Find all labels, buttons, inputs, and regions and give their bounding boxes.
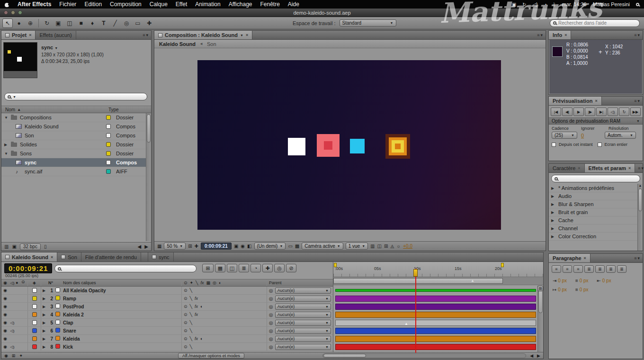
layer-row-3[interactable]: ◉ ▶ 3 PostProd ⊙╲fx◐ ◎Aucun(e)▼ [1, 303, 333, 311]
label-chip[interactable] [106, 124, 111, 129]
from-current-time-checkbox[interactable] [552, 143, 556, 147]
comp-mini-flowchart-icon[interactable]: ⊞ [202, 264, 214, 272]
next-frame-button[interactable]: |▶ [585, 108, 595, 116]
lock-toggle[interactable] [21, 343, 28, 351]
trash-icon[interactable]: ▯ [44, 244, 47, 249]
composition-canvas[interactable] [197, 60, 501, 230]
justify-last-right-button[interactable]: ≣ [606, 265, 616, 273]
pan-behind-tool[interactable]: ◫ [64, 18, 75, 28]
pickwhip-icon[interactable]: ◎ [269, 328, 273, 333]
close-icon[interactable]: × [51, 255, 53, 260]
close-icon[interactable]: × [29, 33, 31, 37]
justify-last-center-button[interactable]: ≣ [595, 265, 605, 273]
zoom-dropdown[interactable]: 50 %▼ [164, 243, 186, 250]
label-chip[interactable] [32, 288, 37, 293]
project-row-sons[interactable]: ▼ Sons Dossier [1, 149, 147, 158]
brainstorm-icon[interactable]: ✚ [262, 264, 273, 272]
effect-category-channel[interactable]: ▶Channel [549, 225, 643, 233]
parent-dropdown[interactable]: Aucun(e)▼ [275, 304, 331, 310]
layer-bar-7[interactable] [335, 336, 536, 342]
menu-animation[interactable]: Animation [195, 1, 220, 8]
tab-timeline-kaleido-sound[interactable]: Kaleido Sound× [1, 252, 57, 261]
twirl-icon[interactable]: ▶ [551, 210, 556, 215]
close-icon[interactable]: × [578, 166, 580, 171]
view-layout-dropdown[interactable]: 1 vue▼ [346, 243, 368, 250]
auto-keyframe-icon[interactable]: ◎ [274, 264, 285, 272]
menu-affichage[interactable]: Affichage [229, 1, 252, 8]
hscrollbar-thumb[interactable] [323, 354, 366, 358]
toggle-switches-modes-button[interactable]: Aff./masquer options et modes [178, 353, 244, 359]
adjustment-icon[interactable]: ◐ [200, 304, 203, 309]
lock-toggle[interactable] [21, 287, 28, 294]
effect-category-color-correction[interactable]: ▶Color Correction [549, 233, 643, 241]
interpret-footage-icon[interactable]: ▥ [4, 244, 9, 249]
twirl-icon[interactable]: ▶ [41, 313, 47, 317]
first-line-indent-value[interactable]: 0 px [558, 287, 567, 292]
layer-name[interactable]: Kick [63, 344, 181, 350]
minimize-window-button[interactable] [11, 10, 15, 15]
safe-margins-icon[interactable]: ⊞ [188, 243, 192, 249]
align-right-button[interactable]: ≡ [573, 265, 583, 273]
eye-icon[interactable]: ◉ [1, 288, 9, 293]
project-row-sync[interactable]: sync Compos [1, 158, 147, 167]
lock-toggle[interactable] [21, 295, 28, 302]
play-button[interactable]: ▶ [573, 108, 584, 116]
pickwhip-icon[interactable]: ◎ [269, 304, 273, 309]
pickwhip-icon[interactable]: ◎ [269, 336, 273, 342]
layer-row-4[interactable]: ◉ ▶ 4 Kaleida 2 ⊙╲fx ◎Aucun(e)▼ [1, 311, 333, 319]
label-chip[interactable] [32, 320, 37, 325]
parent-dropdown[interactable]: Aucun(e)▼ [275, 344, 331, 350]
label-chip[interactable] [32, 296, 37, 301]
audio-button[interactable]: ◁) [608, 108, 618, 116]
pickwhip-icon[interactable]: ◎ [269, 344, 273, 350]
layer-name[interactable]: All Kaleida Opacity [63, 288, 181, 293]
tab-paragraphe[interactable]: Paragraphe× [549, 254, 590, 262]
first-frame-button[interactable]: |◀ [551, 108, 561, 116]
label-chip[interactable] [106, 133, 111, 138]
fx-badge[interactable]: fx [195, 296, 198, 301]
scroll-left-arrow[interactable]: ◀ [530, 353, 533, 358]
brush-tool[interactable]: ╱ [110, 18, 120, 28]
roi-icon[interactable]: ▭ [288, 243, 292, 249]
parent-dropdown[interactable]: Aucun(e)▼ [275, 336, 331, 342]
layer-bar-1[interactable] [335, 289, 536, 292]
layer-bar-6[interactable] [335, 328, 536, 334]
spotlight-icon[interactable] [636, 3, 639, 6]
layer-row-8[interactable]: ◉◁) ▶ 8 Kick ⊙╲ ◎Aucun(e)▼ [1, 343, 333, 351]
help-search-box[interactable] [550, 19, 640, 27]
layer-row-6[interactable]: ◉◁) ▶ 6 Snare ⊙╲ ◎Aucun(e)▼ [1, 327, 333, 335]
layer-bar-2[interactable] [335, 296, 536, 302]
space-after-value[interactable]: 0 px [580, 287, 589, 292]
layer-name[interactable]: Kaleida 2 [63, 312, 181, 317]
tab-timeline-son[interactable]: Son [57, 252, 81, 261]
lock-toggle[interactable] [21, 335, 28, 342]
parent-dropdown[interactable]: Aucun(e)▼ [275, 296, 331, 302]
resolution-auto-dropdown[interactable]: Autom.▼ [605, 132, 636, 139]
comp-marker-end[interactable] [501, 263, 504, 267]
pickwhip-icon[interactable]: ◎ [269, 320, 273, 325]
twirl-icon[interactable]: ▶ [41, 288, 47, 293]
timeline-timecode[interactable]: 0:00:09:21 [4, 263, 52, 273]
column-type[interactable]: Type [108, 107, 147, 112]
eye-icon[interactable]: ◉ [1, 336, 9, 341]
camera-tool[interactable]: ▣ [53, 18, 63, 28]
tab-timeline-sync[interactable]: sync [148, 252, 174, 261]
comp-button-icon[interactable]: ▨ [537, 286, 543, 291]
layer-bar-5[interactable] [335, 320, 536, 326]
project-scrollbar[interactable] [146, 113, 151, 241]
tab-effets-param[interactable]: Effets et param× [585, 164, 635, 172]
twirl-icon[interactable]: ▶ [41, 305, 47, 309]
space-before-value[interactable]: 0 px [580, 278, 589, 283]
eye-icon[interactable]: ◉ [1, 344, 9, 349]
zoom-window-button[interactable] [18, 10, 22, 15]
ram-preview-button[interactable]: ▶▶ [630, 108, 641, 116]
apple-icon[interactable] [5, 2, 9, 7]
lock-toggle[interactable] [21, 327, 28, 334]
timeline-graph-area[interactable]: :00s 05s 10s 15s 20s ▲ ▲ ▨ [333, 262, 543, 353]
exposure-icon[interactable]: ☼ [396, 243, 401, 249]
project-search-input[interactable] [18, 94, 144, 99]
panel-menu-icon[interactable]: ≡▾ [140, 31, 151, 39]
playhead-line[interactable] [415, 269, 416, 353]
layer-row-2[interactable]: ◉ ▶ 2 Ramp ⊙╲fx ◎Aucun(e)▼ [1, 295, 333, 303]
layer-row-7[interactable]: ◉ ▶ 7 Kaleida ⊙╲fx◐ ◎Aucun(e)▼ [1, 335, 333, 343]
